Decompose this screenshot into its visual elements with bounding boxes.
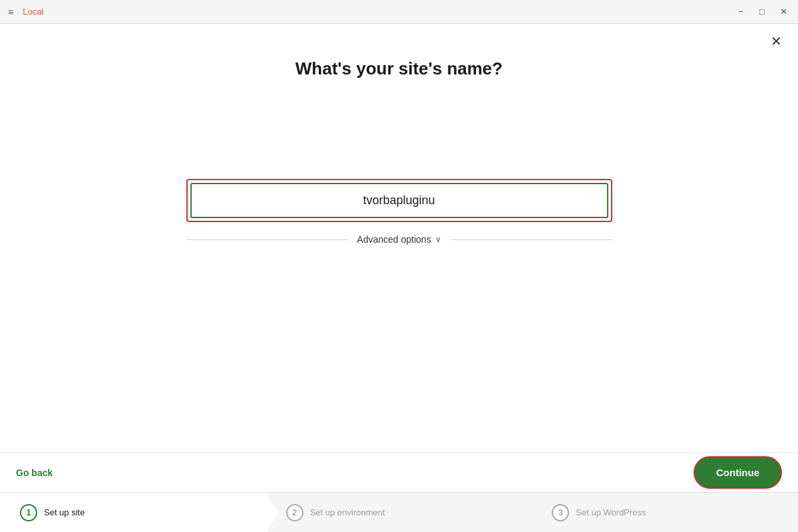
- hamburger-icon[interactable]: ≡: [5, 4, 16, 20]
- stepper: 1 Set up site 2 Set up environment 3 Set…: [0, 492, 798, 532]
- titlebar-close-button[interactable]: ✕: [774, 3, 793, 21]
- dialog-title: What's your site's name?: [296, 59, 502, 79]
- step-1-label: Set up site: [44, 507, 85, 517]
- step-2-label: Set up environment: [310, 507, 385, 517]
- step-2: 2 Set up environment: [266, 493, 532, 533]
- step-3-circle: 3: [552, 504, 569, 521]
- step-1-circle: 1: [20, 504, 37, 521]
- app-title: Local: [23, 7, 43, 17]
- step-2-number: 2: [292, 507, 297, 517]
- step-3-label: Set up WordPress: [576, 507, 646, 517]
- maximize-button[interactable]: □: [753, 3, 771, 21]
- advanced-options-label: Advanced options: [357, 234, 431, 245]
- input-outer-border: [186, 179, 612, 222]
- step-3: 3 Set up WordPress: [532, 493, 798, 533]
- site-name-input[interactable]: [190, 183, 608, 218]
- dialog-close-button[interactable]: ✕: [771, 35, 782, 48]
- go-back-button[interactable]: Go back: [16, 467, 53, 478]
- title-bar-controls: − □ ✕: [731, 3, 793, 21]
- bottom-bar: Go back Continue: [0, 452, 798, 492]
- advanced-divider-right: [451, 239, 612, 240]
- step-1: 1 Set up site: [0, 493, 266, 533]
- step-3-number: 3: [558, 507, 563, 517]
- step-1-number: 1: [26, 507, 31, 517]
- continue-button[interactable]: Continue: [694, 456, 782, 489]
- title-bar-left: ≡ Local: [5, 4, 43, 20]
- advanced-divider-left: [186, 239, 348, 240]
- step-2-circle: 2: [286, 504, 303, 521]
- advanced-options-button[interactable]: Advanced options ∨: [347, 234, 450, 245]
- input-section: Advanced options ∨: [186, 179, 612, 245]
- title-bar: ≡ Local − □ ✕: [0, 0, 798, 24]
- advanced-options-row: Advanced options ∨: [186, 234, 612, 245]
- minimize-button[interactable]: −: [731, 3, 750, 21]
- main-content: ✕ What's your site's name? Advanced opti…: [0, 24, 798, 492]
- chevron-down-icon: ∨: [435, 235, 441, 244]
- stepper-inner: 1 Set up site 2 Set up environment 3 Set…: [0, 493, 798, 533]
